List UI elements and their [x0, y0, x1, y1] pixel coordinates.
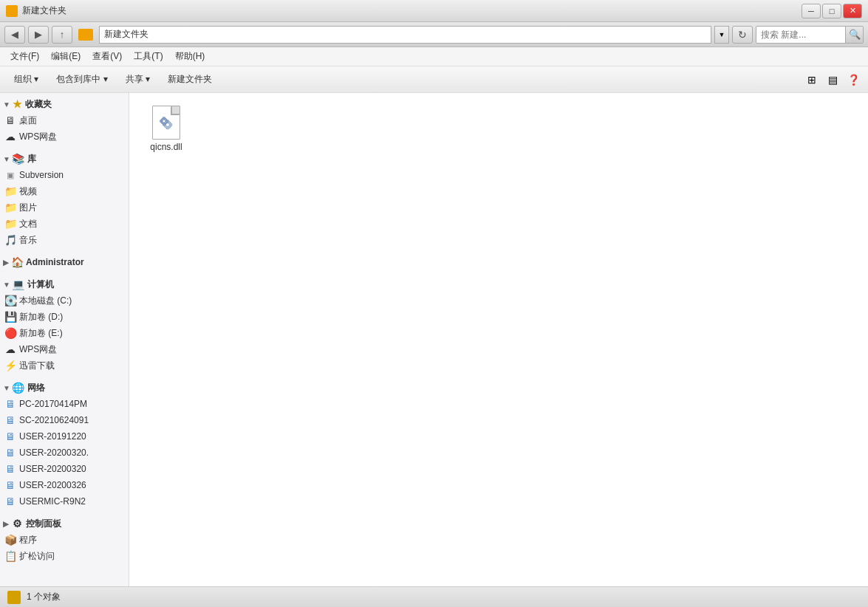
sidebar-item-pc7[interactable]: 🖥 USERMIC-R9N2	[0, 493, 129, 510]
sidebar-item-more[interactable]: 📋 扩松访问	[0, 548, 129, 564]
network-label: 网络	[27, 382, 45, 394]
pc1-label: PC-20170414PM	[19, 399, 87, 409]
sidebar-item-documents[interactable]: 📁 文档	[0, 216, 129, 232]
desktop-label: 桌面	[19, 114, 37, 127]
sidebar-item-pictures[interactable]: 📁 图片	[0, 199, 129, 216]
videos-label: 视频	[19, 185, 37, 198]
sidebar-item-volume-d[interactable]: 💾 新加卷 (D:)	[0, 309, 129, 325]
search-input[interactable]	[756, 27, 845, 43]
wpscloud2-label: WPS网盘	[19, 343, 57, 356]
svg-rect-7	[163, 117, 165, 118]
sidebar-item-music[interactable]: 🎵 音乐	[0, 232, 129, 248]
sidebar: ▼ ★ 收藏夹 🖥 桌面 ☁ WPS网盘 ▼ 📚 库 ▣ Subversion	[0, 93, 129, 586]
sidebar-item-pc6[interactable]: 🖥 USER-20200326	[0, 477, 129, 493]
menu-help[interactable]: 帮助(H)	[169, 48, 211, 65]
search-icon: 🔍	[849, 29, 861, 40]
svg-point-11	[163, 120, 165, 123]
controlpanel-header[interactable]: ▶ ⚙ 控制面板	[0, 515, 129, 532]
network-header[interactable]: ▼ 🌐 网络	[0, 380, 129, 396]
menu-view[interactable]: 查看(V)	[86, 48, 128, 65]
pc3-label: USER-20191220	[19, 431, 86, 442]
search-box: 🔍	[756, 26, 864, 44]
back-button[interactable]: ◀	[4, 26, 25, 44]
search-button[interactable]: 🔍	[845, 27, 863, 43]
close-button[interactable]: ✕	[843, 4, 862, 18]
favorites-section: ▼ ★ 收藏夹 🖥 桌面 ☁ WPS网盘	[0, 93, 129, 148]
computer-label: 计算机	[27, 278, 54, 291]
file-page-bg	[152, 106, 180, 140]
sidebar-item-wpscloud[interactable]: ☁ WPS网盘	[0, 128, 129, 145]
share-button[interactable]: 共享 ▾	[117, 69, 158, 90]
sidebar-item-pc5[interactable]: 🖥 USER-20200320	[0, 461, 129, 477]
controlpanel-icon: ⚙	[11, 518, 23, 529]
library-header[interactable]: ▼ 📚 库	[0, 151, 129, 167]
sidebar-item-pc3[interactable]: 🖥 USER-20191220	[0, 428, 129, 445]
pc4-icon: 🖥	[4, 447, 16, 459]
menu-bar: 文件(F) 编辑(E) 查看(V) 工具(T) 帮助(H)	[0, 47, 868, 66]
subversion-icon: ▣	[4, 169, 16, 181]
programs-icon: 📦	[4, 534, 16, 546]
sidebar-item-pc4[interactable]: 🖥 USER-20200320.	[0, 445, 129, 461]
toolbar: 组织 ▾ 包含到库中 ▾ 共享 ▾ 新建文件夹 ⊞ ▤ ❓	[0, 66, 868, 93]
sidebar-item-volume-e[interactable]: 🔴 新加卷 (E:)	[0, 325, 129, 341]
pc6-icon: 🖥	[4, 479, 16, 491]
status-count: 1 个对象	[27, 591, 61, 603]
organize-button[interactable]: 组织 ▾	[6, 69, 47, 90]
help-button[interactable]: ❓	[844, 71, 862, 89]
menu-file[interactable]: 文件(F)	[4, 48, 45, 65]
pictures-icon: 📁	[4, 202, 16, 213]
pc3-icon: 🖥	[4, 431, 16, 442]
computer-header[interactable]: ▼ 💻 计算机	[0, 276, 129, 292]
controlpanel-expand-icon: ▶	[3, 520, 9, 528]
maximize-button[interactable]: □	[822, 4, 841, 18]
svg-rect-9	[160, 120, 162, 122]
sidebar-item-pc1[interactable]: 🖥 PC-20170414PM	[0, 396, 129, 412]
favorites-header[interactable]: ▼ ★ 收藏夹	[0, 96, 129, 112]
pc7-icon: 🖥	[4, 495, 16, 507]
network-icon: 🌐	[13, 382, 24, 394]
admin-section: ▶ 🏠 Administrator	[0, 251, 129, 273]
address-input[interactable]	[99, 26, 711, 44]
disk-d-icon: 💾	[4, 311, 16, 323]
computer-expand-icon: ▼	[3, 281, 10, 289]
minimize-button[interactable]: ─	[802, 4, 821, 18]
file-item-qicns[interactable]: qicns.dll	[137, 100, 196, 157]
wpscloud2-icon: ☁	[4, 343, 16, 355]
disk-e-icon: 🔴	[4, 327, 16, 339]
administrator-header[interactable]: ▶ 🏠 Administrator	[0, 254, 129, 270]
local-disk-c-label: 本地磁盘 (C:)	[19, 295, 72, 307]
sidebar-item-videos[interactable]: 📁 视频	[0, 183, 129, 199]
menu-edit[interactable]: 编辑(E)	[45, 48, 86, 65]
address-bar: ◀ ▶ ↑ ▼ ↻ 🔍	[0, 22, 868, 47]
desktop-icon: 🖥	[4, 114, 16, 126]
pc2-icon: 🖥	[4, 414, 16, 426]
view-options-button[interactable]: ⊞	[803, 71, 821, 89]
administrator-label: Administrator	[26, 257, 84, 267]
address-dropdown-button[interactable]: ▼	[714, 26, 729, 44]
programs-label: 程序	[19, 534, 37, 546]
videos-icon: 📁	[4, 185, 16, 197]
forward-button[interactable]: ▶	[28, 26, 49, 44]
pc7-label: USERMIC-R9N2	[19, 496, 86, 507]
refresh-button[interactable]: ↻	[732, 26, 753, 44]
more-label: 扩松访问	[19, 550, 55, 563]
menu-tools[interactable]: 工具(T)	[128, 48, 168, 65]
favorites-expand-icon: ▼	[3, 100, 10, 109]
more-icon: 📋	[4, 550, 16, 562]
include-library-button[interactable]: 包含到库中 ▾	[48, 69, 115, 90]
sidebar-item-local-disk-c[interactable]: 💽 本地磁盘 (C:)	[0, 292, 129, 309]
pc5-label: USER-20200320	[19, 464, 86, 474]
content-area[interactable]: qicns.dll	[129, 93, 868, 586]
sidebar-item-desktop[interactable]: 🖥 桌面	[0, 112, 129, 128]
new-folder-button[interactable]: 新建文件夹	[160, 69, 220, 90]
toolbar-right: ⊞ ▤ ❓	[803, 71, 862, 89]
sidebar-item-pc2[interactable]: 🖥 SC-20210624091	[0, 412, 129, 428]
up-button[interactable]: ↑	[52, 26, 72, 44]
sidebar-item-subversion[interactable]: ▣ Subversion	[0, 167, 129, 183]
library-section: ▼ 📚 库 ▣ Subversion 📁 视频 📁 图片 📁 文档 🎵	[0, 148, 129, 251]
svg-rect-10	[167, 120, 168, 122]
sidebar-item-thunder[interactable]: ⚡ 迅雷下载	[0, 357, 129, 374]
view-toggle-button[interactable]: ▤	[824, 71, 841, 89]
sidebar-item-wpscloud2[interactable]: ☁ WPS网盘	[0, 341, 129, 357]
sidebar-item-programs[interactable]: 📦 程序	[0, 532, 129, 548]
